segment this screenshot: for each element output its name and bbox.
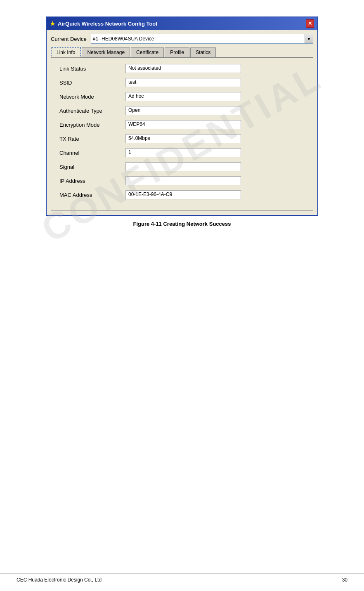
title-star-icon: ★ <box>50 20 55 27</box>
field-row-signal: Signal <box>59 162 305 171</box>
field-row-encryption-mode: Encryption Mode WEP64 <box>59 120 305 129</box>
label-network-mode: Network Mode <box>59 94 125 100</box>
field-row-link-status: Link Status Not associated <box>59 64 305 73</box>
window-body: Current Device #1--HED08W04SUA Device ▼ … <box>47 30 317 215</box>
field-row-mac-address: MAC Address 00-1E-E3-96-4A-C9 <box>59 190 305 199</box>
field-row-authenticate-type: Authenticate Type Open <box>59 106 305 115</box>
field-row-network-mode: Network Mode Ad hoc <box>59 92 305 101</box>
value-network-mode: Ad hoc <box>125 92 241 101</box>
field-row-ip-address: IP Address <box>59 176 305 185</box>
device-select[interactable]: #1--HED08W04SUA Device ▼ <box>91 34 313 44</box>
label-ssid: SSID <box>59 80 125 86</box>
close-button[interactable]: ✕ <box>306 19 314 28</box>
tab-network-manage[interactable]: Network Manage <box>82 47 130 57</box>
value-tx-rate: 54.0Mbps <box>125 134 241 143</box>
content-area: Link Status Not associated SSID test Net… <box>51 57 313 211</box>
label-signal: Signal <box>59 164 125 170</box>
label-channel: Channel <box>59 150 125 156</box>
device-select-text: #1--HED08W04SUA Device <box>91 36 305 42</box>
label-mac-address: MAC Address <box>59 192 125 198</box>
tabs-row: Link Info Network Manage Certificate Pro… <box>51 47 313 57</box>
device-label: Current Device <box>51 36 87 42</box>
value-link-status: Not associated <box>125 64 241 73</box>
value-ssid: test <box>125 78 241 87</box>
value-mac-address: 00-1E-E3-96-4A-C9 <box>125 190 241 199</box>
value-signal <box>125 162 241 171</box>
value-authenticate-type: Open <box>125 106 241 115</box>
value-ip-address <box>125 176 241 185</box>
device-row: Current Device #1--HED08W04SUA Device ▼ <box>51 34 313 44</box>
app-window: ★ AirQuick Wireless Network Config Tool … <box>46 17 318 216</box>
tab-certificate[interactable]: Certificate <box>131 47 164 57</box>
footer-page-number: 30 <box>342 577 347 583</box>
label-ip-address: IP Address <box>59 178 125 184</box>
field-row-channel: Channel 1 <box>59 148 305 157</box>
title-bar-left: ★ AirQuick Wireless Network Config Tool <box>50 20 157 27</box>
tab-statics[interactable]: Statics <box>190 47 216 57</box>
device-dropdown-arrow[interactable]: ▼ <box>305 34 313 43</box>
footer: CEC Huada Electronic Design Co., Ltd 30 <box>0 573 364 583</box>
figure-caption: Figure 4-11 Creating Network Success <box>133 221 231 227</box>
title-bar: ★ AirQuick Wireless Network Config Tool … <box>47 17 317 30</box>
footer-company: CEC Huada Electronic Design Co., Ltd <box>17 577 102 583</box>
label-link-status: Link Status <box>59 66 125 72</box>
window-title: AirQuick Wireless Network Config Tool <box>58 21 157 27</box>
label-tx-rate: TX Rate <box>59 136 125 142</box>
tab-link-info[interactable]: Link Info <box>51 47 81 57</box>
field-row-tx-rate: TX Rate 54.0Mbps <box>59 134 305 143</box>
value-encryption-mode: WEP64 <box>125 120 241 129</box>
label-authenticate-type: Authenticate Type <box>59 108 125 114</box>
label-encryption-mode: Encryption Mode <box>59 122 125 128</box>
tab-profile[interactable]: Profile <box>165 47 189 57</box>
page-container: ★ AirQuick Wireless Network Config Tool … <box>0 0 364 591</box>
field-row-ssid: SSID test <box>59 78 305 87</box>
value-channel: 1 <box>125 148 241 157</box>
